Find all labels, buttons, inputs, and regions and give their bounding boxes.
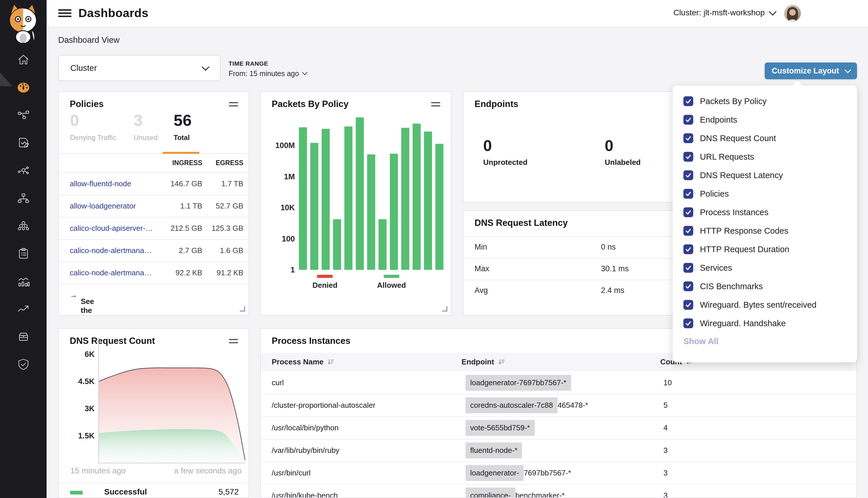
time-range-control[interactable]: TIME RANGE From: 15 minutes ago: [229, 60, 307, 78]
process-name: /usr/local/bin/python: [272, 423, 338, 432]
unlabeled-stat: 0 Unlabeled: [605, 137, 640, 167]
storage-icon: [16, 330, 30, 343]
sidebar-item-hosts[interactable]: [0, 184, 47, 212]
layout-option-url-requests[interactable]: URL Requests: [673, 147, 857, 166]
page-title: Dashboards: [78, 6, 148, 20]
sidebar-item-service-graph[interactable]: [0, 101, 47, 129]
checkbox-checked-icon[interactable]: [683, 281, 693, 291]
sidebar-item-policies[interactable]: [0, 129, 47, 157]
sidebar-item-storage[interactable]: [0, 323, 47, 351]
legend-allowed[interactable]: Allowed: [377, 275, 406, 290]
checkbox-checked-icon[interactable]: [683, 133, 693, 143]
count-value: 3: [663, 491, 668, 498]
layout-option-policies[interactable]: Policies: [673, 184, 857, 203]
egress-column-header: EGRESS: [216, 159, 243, 167]
threat-defense-icon: [16, 357, 30, 371]
dashboard-view-value: Cluster: [70, 63, 97, 73]
layout-option-services[interactable]: Services: [673, 259, 857, 277]
drag-handle-icon[interactable]: [229, 100, 238, 108]
dns-request-latency-title: DNS Request Latency: [475, 218, 568, 228]
chevron-down-icon: [302, 70, 307, 75]
checkbox-checked-icon[interactable]: [683, 263, 693, 273]
checkbox-checked-icon[interactable]: [683, 170, 693, 180]
layout-option-dns-request-latency[interactable]: DNS Request Latency: [673, 166, 857, 184]
layout-option-endpoints[interactable]: Endpoints: [673, 110, 857, 129]
layout-option-packets-by-policy[interactable]: Packets By Policy: [673, 92, 857, 110]
menu-icon[interactable]: [58, 8, 72, 19]
policy-link[interactable]: calico-node-alertmana…: [70, 268, 152, 277]
calico-cat-logo[interactable]: [5, 2, 41, 43]
packets-by-policy-panel: Packets By Policy 110010K1M100M DeniedAl…: [260, 91, 451, 315]
endpoint-cell: coredns-autoscaler-7c88465478-*: [466, 397, 588, 413]
layout-option-process-instances[interactable]: Process Instances: [673, 203, 857, 222]
checkbox-checked-icon[interactable]: [683, 318, 693, 328]
checkbox-checked-icon[interactable]: [683, 300, 693, 310]
sort-by-endpoint[interactable]: Endpoint: [462, 357, 505, 366]
layout-option-wireguard-bytes-sent-received[interactable]: Wireguard. Bytes sent/received: [673, 296, 857, 314]
layout-option-http-response-codes[interactable]: HTTP Response Codes: [673, 222, 857, 240]
policy-link[interactable]: allow-loadgenerator: [70, 201, 136, 211]
policies-tab-denying-traffic[interactable]: 0Denying Traffic: [70, 112, 116, 142]
process-name: /cluster-proportional-autoscaler: [272, 401, 375, 410]
checkbox-checked-icon[interactable]: [683, 207, 693, 217]
checkbox-checked-icon[interactable]: [683, 226, 693, 236]
customize-layout-button[interactable]: Customize Layout: [765, 63, 857, 79]
legend-denied[interactable]: Denied: [312, 275, 338, 290]
cluster-selector[interactable]: Cluster: jlt-msft-workshop: [673, 8, 775, 17]
dashboard-view-select[interactable]: Cluster: [58, 55, 220, 81]
count-value: 5: [663, 401, 668, 410]
policy-link[interactable]: calico-node-alertmana…: [70, 246, 152, 255]
active-tab-underline: [163, 152, 199, 154]
resize-handle[interactable]: [240, 306, 245, 312]
egress-value: 52.7 GB: [216, 201, 243, 211]
dashboards-icon: [16, 81, 30, 94]
sidebar-item-home[interactable]: [0, 46, 47, 74]
time-range-value: From: 15 minutes ago: [229, 69, 299, 78]
svg-text:100M: 100M: [275, 141, 295, 150]
time-range-label: TIME RANGE: [229, 60, 307, 67]
checkbox-checked-icon[interactable]: [683, 244, 693, 254]
layout-option-http-request-duration[interactable]: HTTP Request Duration: [673, 240, 857, 259]
policy-row: calico-cloud-apiserver-…212.5 GB125.3 GB: [59, 217, 248, 239]
user-avatar[interactable]: [784, 5, 801, 22]
policies-tab-total[interactable]: 56Total: [173, 112, 192, 142]
policy-link[interactable]: calico-cloud-apiserver-…: [70, 224, 153, 233]
checkbox-checked-icon[interactable]: [683, 115, 693, 124]
policies-title: Policies: [70, 99, 104, 109]
policies-tab-unused[interactable]: 3Unused: [134, 112, 158, 142]
show-all-link[interactable]: Show All: [683, 337, 718, 346]
sidebar-item-network-sets[interactable]: [0, 157, 47, 184]
ingress-value: 146.7 GB: [170, 179, 202, 188]
svg-text:a few seconds ago: a few seconds ago: [174, 466, 242, 475]
sidebar-item-compliance-reports[interactable]: [0, 240, 47, 267]
checkbox-checked-icon[interactable]: [683, 96, 693, 106]
svg-text:15 minutes ago: 15 minutes ago: [70, 466, 126, 475]
policies-stats: 0Denying Traffic3Unused56Total: [59, 112, 248, 147]
compliance-reports-icon: [16, 247, 30, 261]
layout-option-dns-request-count[interactable]: DNS Request Count: [673, 129, 857, 147]
resize-handle[interactable]: [442, 306, 447, 312]
sidebar-item-dashboards[interactable]: [0, 74, 47, 102]
customize-layout-label: Customize Layout: [772, 66, 839, 76]
policy-link[interactable]: allow-fluentd-node: [70, 179, 131, 188]
checkbox-checked-icon[interactable]: [683, 189, 693, 199]
count-value: 3: [663, 446, 668, 455]
svg-text:1: 1: [290, 265, 295, 274]
count-value: 3: [663, 469, 668, 477]
policy-row: calico-node-alertmana…2.7 GB1.6 GB: [59, 239, 248, 261]
layout-option-wireguard-handshake[interactable]: Wireguard. Handshake: [673, 314, 857, 332]
sidebar-item-statistics[interactable]: [0, 267, 47, 295]
endpoint-cell: loadgenerator-7697bb7567-*: [466, 465, 571, 481]
calico-cloud-dashboard: Dashboards Cluster: jlt-msft-workshop Da…: [0, 0, 868, 498]
sort-by-process-name[interactable]: Process Name: [272, 357, 335, 366]
count-value: 10: [663, 378, 672, 387]
sidebar-item-threat-defense[interactable]: [0, 351, 47, 378]
svg-text:1M: 1M: [284, 172, 295, 181]
layout-option-cis-benchmarks[interactable]: CIS Benchmarks: [673, 277, 857, 296]
dns-request-count-panel: DNS Request Count 1.5K3K4.5K6K15 minutes…: [58, 328, 249, 498]
sidebar-item-workloads[interactable]: [0, 212, 47, 240]
dashboard-view-label: Dashboard View: [58, 35, 119, 45]
checkbox-checked-icon[interactable]: [683, 152, 693, 162]
sidebar-item-timeline[interactable]: [0, 295, 47, 323]
see-full-list-link[interactable]: → See the full list: [59, 284, 248, 306]
